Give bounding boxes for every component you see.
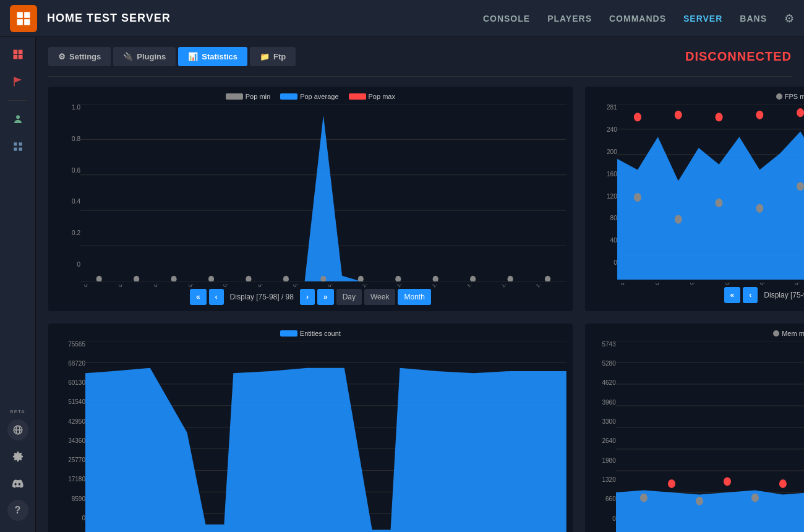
top-nav: CONSOLE PLAYERS COMMANDS SERVER BANS ⚙: [483, 12, 794, 25]
svg-point-48: [674, 215, 682, 223]
nav-server[interactable]: SERVER: [683, 14, 722, 24]
entities-chart-right: 04/02 18:00 04/02 19:00 08/02 16:15 08/0…: [85, 341, 567, 532]
tab-plugins[interactable]: 🔌 Plugins: [113, 47, 176, 66]
nav-commands[interactable]: COMMANDS: [609, 14, 666, 24]
svg-point-103: [724, 477, 731, 486]
svg-point-60: [674, 111, 682, 119]
beta-label: BETA: [10, 409, 25, 414]
nav-players[interactable]: PLAYERS: [547, 14, 592, 24]
svg-point-49: [715, 199, 722, 207]
svg-point-59: [634, 113, 641, 121]
svg-rect-14: [19, 148, 22, 151]
entities-legend: Entities count: [54, 330, 567, 337]
svg-point-50: [756, 204, 763, 213]
pop-svg: [80, 104, 567, 281]
svg-point-33: [395, 276, 401, 281]
svg-rect-12: [19, 142, 22, 145]
fps-min-color: [776, 93, 782, 100]
fps-legend: FPS min FPS avg FPS max: [591, 93, 804, 100]
sidebar-icon-discord[interactable]: [7, 473, 29, 495]
pop-chart-right: 04/02 18:00 04/02 19:00 04/02 20:00 08/0…: [80, 104, 567, 281]
svg-point-30: [283, 276, 289, 281]
svg-point-61: [715, 113, 722, 121]
status-badge: DISCONNECTED: [685, 49, 792, 64]
svg-point-10: [16, 115, 20, 119]
sidebar-icon-tools[interactable]: [7, 135, 29, 158]
svg-point-29: [246, 276, 251, 281]
fps-chart-area: 281 240 200 160 120 80 40 0: [591, 104, 804, 280]
mem-y-axis: 5743 5280 4620 3960 3300 2640 1980 1320 …: [591, 341, 616, 532]
pop-min-legend: Pop min: [226, 93, 270, 100]
svg-point-26: [134, 276, 139, 281]
svg-point-32: [358, 276, 364, 281]
fps-svg: [617, 104, 804, 280]
svg-point-27: [171, 276, 177, 281]
ftp-icon: 📁: [260, 52, 270, 61]
pop-avg-legend: Pop average: [280, 93, 338, 100]
svg-point-93: [640, 493, 648, 502]
svg-point-35: [470, 276, 476, 281]
tab-settings[interactable]: ⚙ Settings: [48, 47, 111, 66]
svg-rect-13: [14, 148, 17, 151]
mem-chart-area: 5743 5280 4620 3960 3300 2640 1980 1320 …: [591, 341, 804, 532]
tab-ftp[interactable]: 📁 Ftp: [250, 47, 296, 66]
svg-point-47: [634, 193, 641, 202]
entities-y-axis: 75565 68720 60130 51540 42950 34360 2577…: [54, 341, 85, 532]
svg-point-95: [751, 493, 759, 502]
pop-min-color: [226, 93, 243, 100]
charts-grid: Pop min Pop average Pop max 1.0 0.8: [48, 87, 792, 532]
svg-point-63: [797, 108, 804, 117]
sidebar-icon-flag[interactable]: [7, 71, 29, 93]
svg-rect-7: [18, 55, 22, 59]
svg-point-51: [797, 182, 804, 191]
pop-y-axis: 1.0 0.8 0.6 0.4 0.2 0: [54, 104, 80, 281]
pop-max-color: [349, 93, 366, 100]
svg-point-104: [779, 479, 787, 488]
svg-rect-11: [14, 142, 17, 145]
fps-y-axis: 281 240 200 160 120 80 40 0: [591, 104, 617, 280]
topbar-settings-icon[interactable]: ⚙: [784, 12, 794, 25]
mem-min-color: [773, 330, 779, 337]
pop-avg-color: [280, 93, 297, 100]
topbar: HOME TEST SERVER CONSOLE PLAYERS COMMAND…: [0, 0, 804, 37]
nav-bans[interactable]: BANS: [740, 14, 767, 24]
svg-rect-4: [13, 50, 17, 54]
fps-min-legend: FPS min: [776, 93, 804, 100]
pop-legend: Pop min Pop average Pop max: [54, 93, 567, 100]
entities-chart: Entities count 75565 68720 60130 51540 4…: [48, 324, 573, 532]
plugins-icon: 🔌: [123, 52, 133, 61]
tab-divider: [48, 76, 792, 77]
svg-point-37: [545, 276, 550, 281]
entities-chart-area: 75565 68720 60130 51540 42950 34360 2577…: [54, 341, 567, 532]
svg-point-28: [208, 276, 214, 281]
sidebar-icon-help[interactable]: ?: [7, 500, 28, 521]
app-logo: [10, 5, 37, 32]
sidebar-icon-globe[interactable]: [7, 419, 28, 440]
mem-chart-right: 04/02 18:00 04/02 19:00 08/02 16:15 08/0…: [616, 341, 804, 532]
fps-chart: FPS min FPS avg FPS max 281 240: [585, 87, 804, 311]
svg-rect-3: [24, 19, 30, 25]
population-chart: Pop min Pop average Pop max 1.0 0.8: [48, 87, 573, 311]
sidebar-icon-user[interactable]: [7, 108, 29, 131]
entities-svg: [85, 341, 567, 532]
nav-console[interactable]: CONSOLE: [483, 14, 530, 24]
sidebar-icon-settings[interactable]: [7, 445, 29, 468]
tab-statistics[interactable]: 📊 Statistics: [178, 47, 247, 66]
svg-rect-1: [24, 12, 30, 17]
mem-min-legend: Mem min: [773, 330, 804, 337]
sidebar: BETA ?: [0, 37, 36, 532]
svg-rect-6: [13, 55, 17, 59]
svg-rect-0: [17, 12, 23, 17]
svg-point-102: [668, 479, 675, 488]
svg-marker-24: [80, 115, 567, 281]
memory-chart: Mem min Mem avg Mem max 5743 5280: [585, 324, 804, 532]
sidebar-icon-grid[interactable]: [7, 43, 29, 66]
svg-point-34: [433, 276, 438, 281]
main-content: ⚙ Settings 🔌 Plugins 📊 Statistics 📁 Ftp …: [36, 37, 804, 532]
svg-marker-8: [14, 77, 22, 83]
statistics-icon: 📊: [188, 52, 198, 61]
svg-marker-46: [617, 131, 804, 280]
mem-legend: Mem min Mem avg Mem max: [591, 330, 804, 337]
sidebar-divider: [9, 100, 27, 101]
fps-chart-right: 04/02 18:00 04/02 19:00 08/02 16:15 08/0…: [617, 104, 804, 280]
